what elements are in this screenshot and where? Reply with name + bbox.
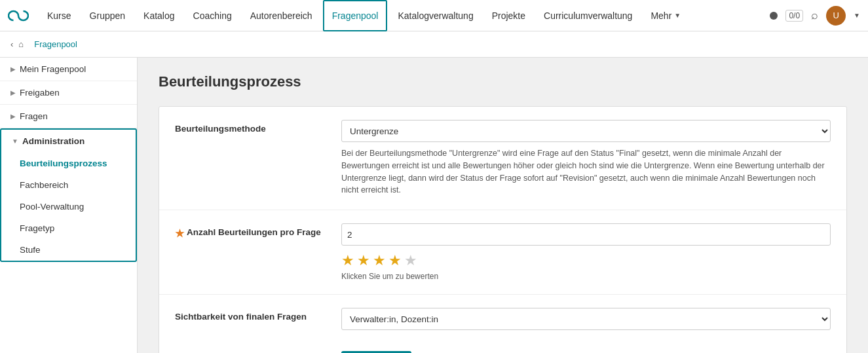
logo-icon[interactable] (8, 9, 29, 23)
sidebar: ▶ Mein Fragenpool ▶ Freigaben ▶ Fragen ▼… (0, 58, 138, 353)
beurteilungsmethode-label: Beurteilungsmethode (175, 120, 326, 134)
star-5-icon[interactable]: ★ (404, 252, 417, 269)
search-icon[interactable]: ⌕ (811, 9, 818, 22)
content-area: Beurteilungsprozess Beurteilungsmethode … (138, 58, 868, 353)
nav-autorenbereich[interactable]: Autorenbereich (242, 0, 320, 31)
breadcrumb-back-icon[interactable]: ‹ (10, 39, 13, 49)
beurteilungsmethode-control: Untergrenze Bei der Beurteilungsmethode … (341, 120, 831, 196)
sidebar-item-administration[interactable]: ▼ Administration (1, 130, 136, 153)
mehr-chevron-icon: ▼ (674, 12, 681, 19)
nav-mehr[interactable]: Mehr ▼ (643, 0, 689, 31)
form-section: Beurteilungsmethode Untergrenze Bei der … (159, 106, 847, 353)
mein-fragenpool-arrow-icon: ▶ (10, 65, 16, 73)
anzahl-input[interactable] (341, 223, 831, 246)
sidebar-administration-section: ▼ Administration Beurteilungsprozess Fac… (0, 128, 137, 262)
sidebar-item-fragen[interactable]: ▶ Fragen (0, 105, 137, 128)
nav-katalogverwaltung[interactable]: Katalogverwaltung (390, 0, 481, 31)
sidebar-item-fachbereich[interactable]: Fachbereich (1, 174, 136, 196)
topnav: Kurse Gruppen Katalog Coaching Autorenbe… (0, 0, 868, 31)
sidebar-section-freigaben: ▶ Freigaben (0, 81, 137, 105)
nav-coaching[interactable]: Coaching (185, 0, 240, 31)
star-2-icon[interactable]: ★ (357, 252, 370, 269)
nav-kurse[interactable]: Kurse (39, 0, 79, 31)
stars-area: ★ ★ ★ ★ ★ (341, 252, 831, 269)
star-1-icon[interactable]: ★ (341, 252, 354, 269)
status-dot-icon (770, 12, 778, 20)
sidebar-item-beurteilungsprozess[interactable]: Beurteilungsprozess (1, 153, 136, 174)
beurteilungsmethode-select[interactable]: Untergrenze (341, 120, 831, 142)
nav-right-area: 0/0 ⌕ U ▼ (770, 6, 860, 26)
sidebar-section-mein-fragenpool: ▶ Mein Fragenpool (0, 58, 137, 81)
sidebar-section-fragen: ▶ Fragen (0, 105, 137, 128)
sidebar-item-stufe[interactable]: Stufe (1, 239, 136, 261)
sichtbarkeit-select[interactable]: Verwalter:in, Dozent:in (341, 308, 831, 330)
form-row-sichtbarkeit: Sichtbarkeit von finalen Fragen Verwalte… (159, 295, 846, 353)
required-star-icon: ★ (175, 227, 184, 240)
sichtbarkeit-control: Verwalter:in, Dozent:in Speichern (341, 308, 831, 353)
status-label: 0/0 (785, 10, 803, 22)
page-title: Beurteilungsprozess (159, 73, 847, 90)
nav-gruppen[interactable]: Gruppen (82, 0, 133, 31)
stars-hint: Klicken Sie um zu bewerten (341, 272, 831, 281)
sidebar-item-pool-verwaltung[interactable]: Pool-Verwaltung (1, 196, 136, 217)
anzahl-control: ★ ★ ★ ★ ★ Klicken Sie um zu bewerten (341, 223, 831, 281)
avatar[interactable]: U (826, 6, 846, 26)
nav-curriculumverwaltung[interactable]: Curriculumverwaltung (536, 0, 640, 31)
nav-fragenpool[interactable]: Fragenpool (323, 0, 388, 31)
sidebar-admin-subitems: Beurteilungsprozess Fachbereich Pool-Ver… (1, 153, 136, 261)
breadcrumb-fragenpool-link[interactable]: Fragenpool (34, 39, 77, 49)
nav-projekte[interactable]: Projekte (484, 0, 533, 31)
nav-katalog[interactable]: Katalog (136, 0, 182, 31)
breadcrumb: ‹ ⌂ Fragenpool (0, 31, 868, 58)
sidebar-item-fragetyp[interactable]: Fragetyp (1, 217, 136, 239)
main-layout: ▶ Mein Fragenpool ▶ Freigaben ▶ Fragen ▼… (0, 58, 868, 353)
freigaben-arrow-icon: ▶ (10, 89, 16, 96)
sidebar-item-freigaben[interactable]: ▶ Freigaben (0, 81, 137, 104)
user-menu-chevron-icon[interactable]: ▼ (854, 12, 860, 19)
form-row-beurteilungsmethode: Beurteilungsmethode Untergrenze Bei der … (159, 107, 846, 210)
star-3-icon[interactable]: ★ (373, 252, 386, 269)
anzahl-label: ★ Anzahl Beurteilungen pro Frage (175, 223, 326, 240)
sidebar-item-mein-fragenpool[interactable]: ▶ Mein Fragenpool (0, 58, 137, 81)
beurteilungsmethode-description: Bei der Beurteilungsmethode "Untergrenze… (341, 147, 831, 196)
sichtbarkeit-label: Sichtbarkeit von finalen Fragen (175, 308, 326, 322)
star-4-icon[interactable]: ★ (388, 252, 402, 269)
administration-arrow-icon: ▼ (12, 138, 18, 145)
breadcrumb-home-icon[interactable]: ⌂ (18, 39, 24, 49)
form-row-anzahl: ★ Anzahl Beurteilungen pro Frage ★ ★ ★ ★… (159, 210, 846, 295)
fragen-arrow-icon: ▶ (10, 113, 16, 120)
